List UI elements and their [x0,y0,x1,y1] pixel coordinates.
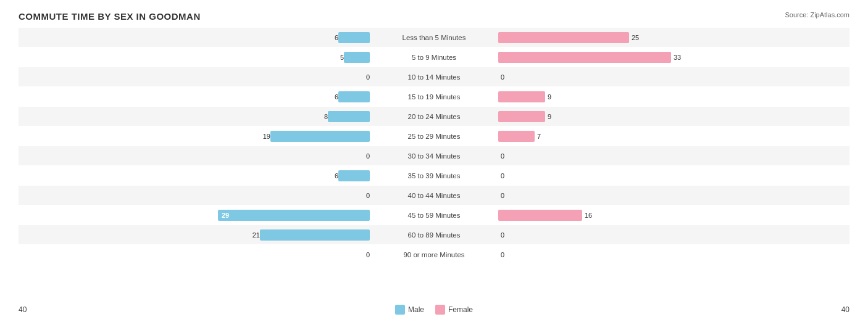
row-label: 35 to 39 Minutes [372,172,496,180]
value-male: 0 [366,73,370,81]
value-male: 29 [222,212,229,219]
value-female: 0 [501,251,504,258]
source-label: Source: ZipAtlas.com [785,11,849,19]
chart-row: 2945 to 59 Minutes16 [19,205,849,225]
chart-row: 820 to 24 Minutes9 [19,107,849,126]
row-label: 10 to 14 Minutes [372,73,496,81]
bar-male [270,131,370,142]
value-female: 0 [501,172,504,180]
bar-male [338,32,370,43]
bar-female [498,131,535,142]
right-section: 0 [496,225,849,244]
value-female: 0 [501,231,504,239]
axis-left-label: 40 [19,305,27,314]
legend-female-label: Female [448,305,473,314]
chart-row: 6Less than 5 Minutes25 [19,28,849,47]
right-section: 16 [496,205,849,225]
bar-female [498,52,671,63]
value-male: 19 [263,133,270,140]
value-female: 0 [501,192,504,199]
right-section: 25 [496,28,849,47]
left-section: 19 [19,126,372,146]
chart-area: 6Less than 5 Minutes2555 to 9 Minutes330… [19,28,849,268]
row-label: 5 to 9 Minutes [372,54,496,61]
left-section: 21 [19,225,372,244]
value-female: 16 [585,212,592,219]
left-section: 0 [19,146,372,165]
bar-female [498,210,582,221]
value-female: 7 [537,133,541,140]
value-female: 25 [632,34,639,41]
chart-row: 090 or more Minutes0 [19,245,849,264]
value-male: 0 [366,152,370,160]
right-section: 0 [496,146,849,165]
value-female: 0 [501,73,504,81]
bar-female [498,32,629,43]
value-female: 0 [501,152,504,160]
left-section: 0 [19,186,372,205]
chart-row: 010 to 14 Minutes0 [19,67,849,86]
left-section: 6 [19,87,372,106]
bar-male [344,52,370,63]
left-section: 6 [19,28,372,47]
bar-male [260,229,370,241]
chart-row: 1925 to 29 Minutes7 [19,126,849,146]
row-label: 15 to 19 Minutes [372,93,496,101]
bar-male [338,170,370,181]
row-label: 20 to 24 Minutes [372,113,496,120]
right-section: 9 [496,87,849,106]
value-male: 0 [366,192,370,199]
bar-female [498,91,545,102]
left-section: 0 [19,245,372,264]
chart-container: COMMUTE TIME BY SEX IN GOODMAN Source: Z… [0,0,868,322]
legend-female: Female [435,305,473,315]
row-label: Less than 5 Minutes [372,34,496,41]
chart-row: 635 to 39 Minutes0 [19,166,849,185]
right-section: 0 [496,67,849,86]
right-section: 7 [496,126,849,146]
chart-footer: 40 Male Female 40 [19,305,849,315]
legend-male-box [395,305,405,315]
row-label: 45 to 59 Minutes [372,212,496,219]
chart-row: 030 to 34 Minutes0 [19,146,849,165]
chart-row: 55 to 9 Minutes33 [19,47,849,67]
axis-right-label: 40 [841,305,849,314]
right-section: 0 [496,245,849,264]
left-section: 8 [19,107,372,126]
left-section: 5 [19,47,372,67]
bar-male [338,91,370,102]
row-label: 90 or more Minutes [372,251,496,258]
right-section: 9 [496,107,849,126]
left-section: 29 [19,205,372,225]
row-label: 30 to 34 Minutes [372,152,496,160]
bar-female [498,111,545,122]
row-label: 40 to 44 Minutes [372,192,496,199]
legend: Male Female [27,305,841,315]
bar-male [328,111,370,122]
chart-row: 615 to 19 Minutes9 [19,87,849,106]
left-section: 6 [19,166,372,185]
row-label: 25 to 29 Minutes [372,133,496,140]
value-female: 9 [548,113,551,120]
value-male: 0 [366,251,370,258]
legend-female-box [435,305,445,315]
legend-male-label: Male [408,305,424,314]
chart-row: 2160 to 89 Minutes0 [19,225,849,244]
value-female: 33 [674,54,681,61]
row-label: 60 to 89 Minutes [372,231,496,239]
value-male: 21 [252,231,260,239]
right-section: 33 [496,47,849,67]
right-section: 0 [496,166,849,185]
left-section: 0 [19,67,372,86]
chart-row: 040 to 44 Minutes0 [19,186,849,205]
chart-title: COMMUTE TIME BY SEX IN GOODMAN [19,11,849,22]
value-female: 9 [548,93,551,101]
right-section: 0 [496,186,849,205]
bar-male: 29 [218,210,370,221]
legend-male: Male [395,305,424,315]
